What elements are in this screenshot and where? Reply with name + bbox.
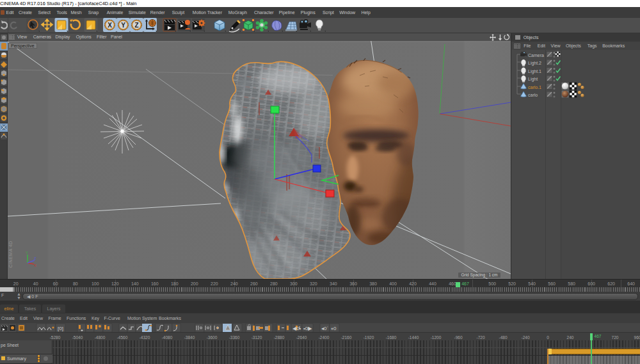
svg-text:⁎0: ⁎0 [331, 326, 337, 331]
svg-text:Light: Light [528, 77, 538, 82]
svg-text:Light.2: Light.2 [528, 61, 541, 66]
svg-text:Y: Y [121, 22, 125, 29]
svg-text:carlo: carlo [528, 93, 538, 97]
svg-text:Y: Y [26, 251, 28, 255]
svg-text:X: X [108, 22, 112, 29]
svg-text:◂0ʾ: ◂0ʾ [321, 326, 328, 331]
svg-text:X: X [34, 264, 36, 267]
svg-text:[0]: [0] [58, 326, 63, 331]
svg-text:carlo.1: carlo.1 [528, 85, 541, 90]
svg-text:•0▶: •0▶ [303, 326, 312, 331]
svg-text:Light.1: Light.1 [528, 69, 541, 74]
svg-text:Camera: Camera [528, 53, 544, 58]
svg-text:Z: Z [34, 257, 36, 260]
svg-text:Z: Z [134, 22, 138, 29]
svg-text:◀0•: ◀0• [292, 326, 301, 331]
